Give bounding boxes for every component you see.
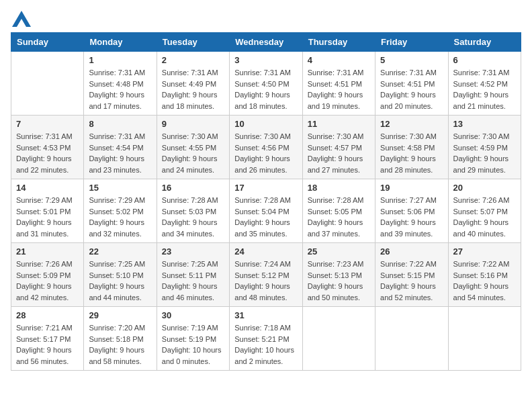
day-info: Sunrise: 7:31 AM Sunset: 4:53 PM Dayligh… [16, 131, 79, 175]
day-info: Sunrise: 7:31 AM Sunset: 4:49 PM Dayligh… [162, 67, 224, 111]
day-number: 18 [308, 183, 370, 193]
day-info: Sunrise: 7:24 AM Sunset: 5:12 PM Dayligh… [234, 259, 297, 303]
day-number: 15 [89, 183, 151, 193]
day-info: Sunrise: 7:26 AM Sunset: 5:09 PM Dayligh… [16, 259, 79, 303]
calendar-day-cell: 19Sunrise: 7:27 AM Sunset: 5:06 PM Dayli… [375, 179, 448, 243]
calendar-day-cell: 1Sunrise: 7:31 AM Sunset: 4:48 PM Daylig… [84, 52, 157, 116]
calendar-day-cell: 15Sunrise: 7:29 AM Sunset: 5:02 PM Dayli… [84, 179, 157, 243]
day-number: 3 [234, 55, 297, 65]
day-number: 30 [162, 310, 224, 320]
calendar-day-cell: 13Sunrise: 7:30 AM Sunset: 4:59 PM Dayli… [448, 116, 521, 179]
calendar-day-cell: 31Sunrise: 7:18 AM Sunset: 5:21 PM Dayli… [230, 307, 302, 371]
calendar-day-header: Monday [84, 33, 157, 52]
day-number: 19 [380, 183, 443, 193]
calendar-day-header: Tuesday [157, 33, 229, 52]
day-info: Sunrise: 7:31 AM Sunset: 4:51 PM Dayligh… [308, 67, 370, 111]
day-number: 2 [162, 55, 224, 65]
calendar-day-cell: 21Sunrise: 7:26 AM Sunset: 5:09 PM Dayli… [11, 243, 84, 307]
calendar-day-cell [375, 307, 448, 371]
day-number: 23 [162, 246, 224, 257]
day-number: 29 [89, 310, 151, 320]
day-info: Sunrise: 7:28 AM Sunset: 5:04 PM Dayligh… [234, 195, 297, 239]
calendar-day-cell: 17Sunrise: 7:28 AM Sunset: 5:04 PM Dayli… [230, 179, 302, 243]
day-number: 25 [308, 246, 370, 257]
day-info: Sunrise: 7:31 AM Sunset: 4:52 PM Dayligh… [453, 67, 516, 111]
calendar-day-header: Thursday [302, 33, 375, 52]
calendar-week-row: 1Sunrise: 7:31 AM Sunset: 4:48 PM Daylig… [11, 52, 521, 116]
day-number: 5 [380, 55, 443, 65]
calendar-day-cell: 11Sunrise: 7:30 AM Sunset: 4:57 PM Dayli… [302, 116, 375, 179]
calendar-day-cell [302, 307, 375, 371]
day-info: Sunrise: 7:29 AM Sunset: 5:01 PM Dayligh… [16, 195, 79, 239]
calendar-day-cell: 22Sunrise: 7:25 AM Sunset: 5:10 PM Dayli… [84, 243, 157, 307]
day-info: Sunrise: 7:30 AM Sunset: 4:57 PM Dayligh… [308, 131, 370, 175]
day-number: 6 [453, 55, 516, 65]
day-number: 22 [89, 246, 151, 257]
calendar-day-cell: 9Sunrise: 7:30 AM Sunset: 4:55 PM Daylig… [157, 116, 229, 179]
calendar-day-cell [448, 307, 521, 371]
day-info: Sunrise: 7:22 AM Sunset: 5:16 PM Dayligh… [453, 259, 516, 303]
calendar-day-cell: 29Sunrise: 7:20 AM Sunset: 5:18 PM Dayli… [84, 307, 157, 371]
calendar-day-cell: 26Sunrise: 7:22 AM Sunset: 5:15 PM Dayli… [375, 243, 448, 307]
calendar-day-cell: 6Sunrise: 7:31 AM Sunset: 4:52 PM Daylig… [448, 52, 521, 116]
day-info: Sunrise: 7:22 AM Sunset: 5:15 PM Dayligh… [380, 259, 443, 303]
calendar-day-cell: 10Sunrise: 7:30 AM Sunset: 4:56 PM Dayli… [230, 116, 302, 179]
calendar-table: SundayMondayTuesdayWednesdayThursdayFrid… [11, 32, 521, 371]
calendar-day-cell: 20Sunrise: 7:26 AM Sunset: 5:07 PM Dayli… [448, 179, 521, 243]
day-number: 1 [89, 55, 151, 65]
day-info: Sunrise: 7:30 AM Sunset: 4:59 PM Dayligh… [453, 131, 516, 175]
day-number: 26 [380, 246, 443, 257]
calendar-day-cell: 2Sunrise: 7:31 AM Sunset: 4:49 PM Daylig… [157, 52, 229, 116]
day-number: 16 [162, 183, 224, 193]
calendar-day-cell: 16Sunrise: 7:28 AM Sunset: 5:03 PM Dayli… [157, 179, 229, 243]
day-info: Sunrise: 7:31 AM Sunset: 4:54 PM Dayligh… [89, 131, 151, 175]
day-number: 8 [89, 119, 151, 129]
page-header [11, 11, 521, 24]
calendar-day-cell: 18Sunrise: 7:28 AM Sunset: 5:05 PM Dayli… [302, 179, 375, 243]
logo [11, 11, 31, 24]
day-info: Sunrise: 7:28 AM Sunset: 5:05 PM Dayligh… [308, 195, 370, 239]
calendar-day-cell: 14Sunrise: 7:29 AM Sunset: 5:01 PM Dayli… [11, 179, 84, 243]
calendar-day-header: Wednesday [230, 33, 302, 52]
day-number: 13 [453, 119, 516, 129]
day-info: Sunrise: 7:30 AM Sunset: 4:55 PM Dayligh… [162, 131, 224, 175]
day-number: 31 [234, 310, 297, 320]
calendar-day-cell: 3Sunrise: 7:31 AM Sunset: 4:50 PM Daylig… [230, 52, 302, 116]
calendar-day-cell: 5Sunrise: 7:31 AM Sunset: 4:51 PM Daylig… [375, 52, 448, 116]
calendar-day-cell: 7Sunrise: 7:31 AM Sunset: 4:53 PM Daylig… [11, 116, 84, 179]
day-number: 24 [234, 246, 297, 257]
day-number: 21 [16, 246, 79, 257]
calendar-day-cell: 4Sunrise: 7:31 AM Sunset: 4:51 PM Daylig… [302, 52, 375, 116]
day-info: Sunrise: 7:30 AM Sunset: 4:58 PM Dayligh… [380, 131, 443, 175]
day-info: Sunrise: 7:31 AM Sunset: 4:48 PM Dayligh… [89, 67, 151, 111]
day-info: Sunrise: 7:25 AM Sunset: 5:10 PM Dayligh… [89, 259, 151, 303]
day-number: 27 [453, 246, 516, 257]
day-info: Sunrise: 7:31 AM Sunset: 4:51 PM Dayligh… [380, 67, 443, 111]
calendar-week-row: 21Sunrise: 7:26 AM Sunset: 5:09 PM Dayli… [11, 243, 521, 307]
calendar-day-header: Sunday [11, 33, 84, 52]
day-info: Sunrise: 7:23 AM Sunset: 5:13 PM Dayligh… [308, 259, 370, 303]
day-number: 12 [380, 119, 443, 129]
calendar-day-cell: 28Sunrise: 7:21 AM Sunset: 5:17 PM Dayli… [11, 307, 84, 371]
calendar-day-header: Saturday [448, 33, 521, 52]
day-info: Sunrise: 7:19 AM Sunset: 5:19 PM Dayligh… [162, 322, 224, 367]
day-number: 14 [16, 183, 79, 193]
day-number: 17 [234, 183, 297, 193]
calendar-day-cell: 24Sunrise: 7:24 AM Sunset: 5:12 PM Dayli… [230, 243, 302, 307]
day-info: Sunrise: 7:18 AM Sunset: 5:21 PM Dayligh… [234, 322, 297, 367]
day-number: 20 [453, 183, 516, 193]
day-info: Sunrise: 7:29 AM Sunset: 5:02 PM Dayligh… [89, 195, 151, 239]
calendar-day-cell [11, 52, 84, 116]
calendar-day-cell: 12Sunrise: 7:30 AM Sunset: 4:58 PM Dayli… [375, 116, 448, 179]
day-info: Sunrise: 7:26 AM Sunset: 5:07 PM Dayligh… [453, 195, 516, 239]
day-number: 7 [16, 119, 79, 129]
day-info: Sunrise: 7:31 AM Sunset: 4:50 PM Dayligh… [234, 67, 297, 111]
day-number: 11 [308, 119, 370, 129]
calendar-day-cell: 23Sunrise: 7:25 AM Sunset: 5:11 PM Dayli… [157, 243, 229, 307]
day-number: 10 [234, 119, 297, 129]
day-number: 28 [16, 310, 79, 320]
calendar-day-cell: 30Sunrise: 7:19 AM Sunset: 5:19 PM Dayli… [157, 307, 229, 371]
calendar-day-cell: 25Sunrise: 7:23 AM Sunset: 5:13 PM Dayli… [302, 243, 375, 307]
day-info: Sunrise: 7:28 AM Sunset: 5:03 PM Dayligh… [162, 195, 224, 239]
day-info: Sunrise: 7:30 AM Sunset: 4:56 PM Dayligh… [234, 131, 297, 175]
